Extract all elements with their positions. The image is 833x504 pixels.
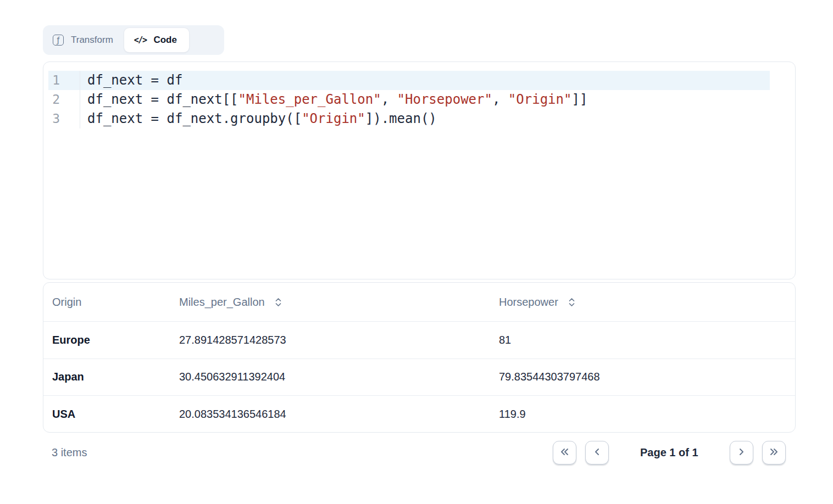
code-token: ]] <box>571 92 587 107</box>
cell-horsepower: 119.9 <box>490 408 795 421</box>
cell-miles-per-gallon: 27.891428571428573 <box>170 334 490 346</box>
line-number-2: 2 <box>48 90 80 109</box>
code-line-3[interactable]: 3 df_next = df_next.groupby(["Origin"]).… <box>48 109 770 128</box>
cell-origin: Japan <box>43 371 170 383</box>
code-token-string: "Origin" <box>508 92 572 107</box>
code-text-3: df_next = df_next.groupby(["Origin"]).me… <box>80 109 437 128</box>
header-cell-origin: Origin <box>43 296 170 309</box>
prev-page-button[interactable] <box>585 441 609 464</box>
chevron-right-icon <box>736 446 747 459</box>
code-editor[interactable]: 1 df_next = df 2 df_next = df_next[["Mil… <box>43 61 796 279</box>
code-token: df_next = df_next[[ <box>87 92 238 107</box>
header-label-horsepower: Horsepower <box>499 296 558 309</box>
table-row: USA 20.083534136546184 119.9 <box>43 395 795 433</box>
cell-origin: USA <box>43 408 170 421</box>
line-number-1: 1 <box>48 71 80 90</box>
first-page-button[interactable] <box>553 441 576 464</box>
transform-code-view: ƒ Transform </> Code 1 df_next = df 2 df… <box>0 0 833 504</box>
items-count: 3 items <box>52 441 87 464</box>
code-icon: </> <box>134 35 147 45</box>
code-token: ]).mean() <box>365 111 437 126</box>
chevrons-left-icon <box>559 446 570 459</box>
header-cell-horsepower[interactable]: Horsepower <box>490 296 795 309</box>
code-line-1[interactable]: 1 df_next = df <box>48 71 770 90</box>
code-token: , <box>492 92 508 107</box>
code-token-string: "Horsepower" <box>397 92 492 107</box>
cell-horsepower: 81 <box>490 334 795 346</box>
sort-icon[interactable] <box>274 297 282 307</box>
code-text-1: df_next = df <box>80 71 182 90</box>
table-row: Japan 30.450632911392404 79.835443037974… <box>43 359 795 396</box>
cell-origin: Europe <box>43 334 170 346</box>
chevron-left-icon <box>592 446 603 459</box>
code-text-2: df_next = df_next[["Miles_per_Gallon", "… <box>80 90 587 109</box>
table-header: Origin Miles_per_Gallon Horsepower <box>43 283 795 321</box>
code-token: df_next = df_next.groupby([ <box>87 111 302 126</box>
code-token: df_next = df <box>87 72 182 88</box>
cell-miles-per-gallon: 30.450632911392404 <box>170 371 490 383</box>
code-token-string: "Origin" <box>302 111 365 126</box>
tab-code-label: Code <box>153 35 177 46</box>
sort-icon[interactable] <box>568 297 576 307</box>
tab-code[interactable]: </> Code <box>124 28 189 52</box>
code-token: , <box>381 92 397 107</box>
tab-transform[interactable]: ƒ Transform <box>46 28 123 52</box>
header-label-miles-per-gallon: Miles_per_Gallon <box>179 296 265 309</box>
header-cell-miles-per-gallon[interactable]: Miles_per_Gallon <box>170 296 490 309</box>
line-number-3: 3 <box>48 109 80 128</box>
view-mode-tabbar: ƒ Transform </> Code <box>43 25 224 55</box>
pagination-controls: Page 1 of 1 <box>553 441 786 464</box>
cell-horsepower: 79.83544303797468 <box>490 371 795 383</box>
code-line-2[interactable]: 2 df_next = df_next[["Miles_per_Gallon",… <box>48 90 770 109</box>
page-indicator: Page 1 of 1 <box>640 446 698 459</box>
result-table: Origin Miles_per_Gallon Horsepower Europ… <box>43 282 796 433</box>
tab-transform-label: Transform <box>71 35 113 46</box>
cell-miles-per-gallon: 20.083534136546184 <box>170 408 490 421</box>
header-label-origin: Origin <box>52 296 81 309</box>
table-row: Europe 27.891428571428573 81 <box>43 321 795 359</box>
chevrons-right-icon <box>768 446 780 459</box>
next-page-button[interactable] <box>730 441 753 464</box>
function-icon: ƒ <box>53 35 64 46</box>
code-token-string: "Miles_per_Gallon" <box>238 92 381 107</box>
last-page-button[interactable] <box>762 441 786 464</box>
